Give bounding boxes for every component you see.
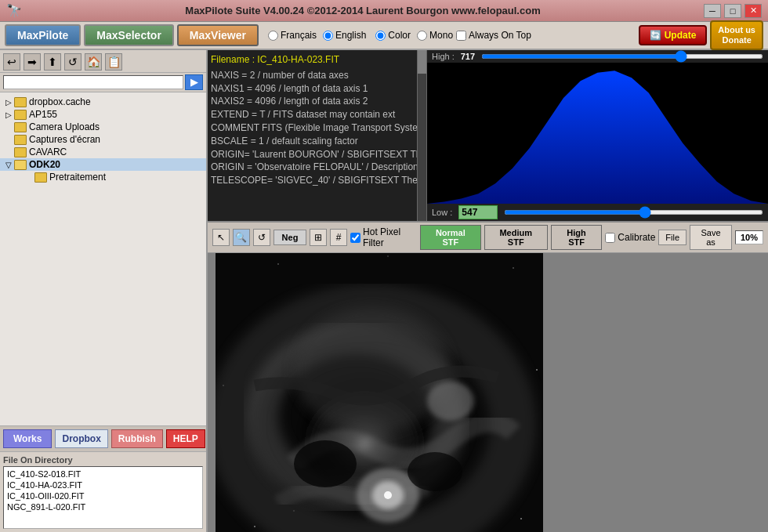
hot-pixel-label: Hot Pixel Filter [363,226,417,248]
path-go-button[interactable]: ▶ [185,74,203,90]
tree-item-captures[interactable]: Captures d'écran [0,133,206,146]
title-bar: 🔭 MaxPilote Suite V4.00.24 ©2012-2014 La… [0,0,768,22]
high-slider[interactable] [481,54,763,59]
about-button[interactable]: About usDonate [710,20,763,50]
rotate-tool-button[interactable]: ↺ [253,229,270,246]
zoom-tool-button[interactable]: 🔍 [233,229,250,246]
calibrate-checkbox[interactable] [605,233,615,243]
close-button[interactable]: ✕ [744,4,762,18]
file-item-2[interactable]: IC_410-HA-023.FIT [5,480,201,490]
saveas-button[interactable]: Save as [690,225,732,250]
svg-point-22 [427,382,474,421]
window-title: MaxPilote Suite V4.00.24 ©2012-2014 Laur… [22,5,704,16]
high-stf-button[interactable]: High STF [551,225,603,250]
svg-point-14 [536,369,538,371]
mono-radio[interactable]: Mono [417,30,453,41]
low-input[interactable] [458,205,498,219]
file-item-3[interactable]: IC_410-OIII-020.FIT [5,490,201,501]
high-label: High : [432,52,455,61]
zoom-percent: 10% [735,230,763,244]
tree-item-camera-uploads[interactable]: Camera Uploads [0,121,206,133]
folder-icon [14,122,27,132]
tree-label: Captures d'écran [29,134,100,145]
maxviewer-button[interactable]: MaxViewer [177,24,259,46]
histogram-low-controls: Low : [427,204,768,221]
arrow-tool-button[interactable]: ↖ [212,229,230,246]
main-content: ↩ ➡ ⬆ ↺ 🏠 📋 D:\Save\Dropbox\ODK20 ▶ ▷ dr… [0,50,768,532]
file-button[interactable]: File [658,230,686,245]
fits-line-4: EXTEND = T / FITS dataset may contain ex… [211,108,423,121]
svg-point-21 [384,491,392,499]
top-right: Filename : IC_410-HA-023.FIT NAXIS = 2 /… [208,50,768,223]
expander-icon [3,147,14,157]
svg-point-23 [294,440,357,487]
path-input[interactable]: D:\Save\Dropbox\ODK20 [3,75,183,89]
path-row: D:\Save\Dropbox\ODK20 ▶ [0,73,206,92]
hash-button[interactable]: # [330,229,347,246]
file-item-1[interactable]: IC_410-S2-018.FIT [5,469,201,480]
file-tree: ▷ dropbox.cache ▷ AP155 Camera Uploads C… [0,92,206,425]
grid-button[interactable]: ⊞ [310,229,327,246]
tree-item-ap155[interactable]: ▷ AP155 [0,108,206,121]
svg-point-7 [513,267,514,269]
medium-stf-button[interactable]: Medium STF [484,225,548,250]
low-label: Low : [432,208,452,217]
help-button[interactable]: HELP [166,429,205,448]
histogram-canvas [427,63,768,204]
works-button[interactable]: Works [3,429,52,448]
left-panel: ↩ ➡ ⬆ ↺ 🏠 📋 D:\Save\Dropbox\ODK20 ▶ ▷ dr… [0,50,208,532]
forward-icon[interactable]: ➡ [24,53,41,71]
folder-icon [14,135,27,145]
english-radio[interactable]: English [323,30,366,41]
low-slider[interactable] [504,210,763,215]
expander-icon: ▽ [3,159,14,170]
normal-stf-button[interactable]: Normal STF [420,225,481,250]
maxpilote-button[interactable]: MaxPilote [5,24,81,46]
minimize-button[interactable]: ─ [704,4,721,18]
file-item-4[interactable]: NGC_891-L-020.FIT [5,501,201,512]
neg-button[interactable]: Neg [274,230,307,245]
window-controls: ─ □ ✕ [704,4,762,18]
image-toolbar: ↖ 🔍 ↺ Neg ⊞ # Hot Pixel Filter Normal ST… [208,223,768,253]
folder-icon-open [14,160,27,170]
francais-radio[interactable]: Français [268,30,317,41]
file-section-label: File On Directory [3,455,203,465]
fits-line-9: TELESCOPE= 'SIGVEC_40' / SBIGFITSEXT The… [211,174,423,187]
fits-header-area: Filename : IC_410-HA-023.FIT NAXIS = 2 /… [208,50,427,221]
tree-item-odk20[interactable]: ▽ ODK20 [0,158,206,171]
refresh-icon[interactable]: ↺ [64,53,82,71]
up-icon[interactable]: ⬆ [44,53,61,71]
folder-icon [14,147,27,157]
tree-item-pretraitement[interactable]: Pretraitement [0,171,206,183]
update-button[interactable]: 🔄 Update [639,25,707,45]
tree-item-cavarc[interactable]: CAVARC [0,146,206,158]
maximize-button[interactable]: □ [724,4,741,18]
tree-item-dropbox-cache[interactable]: ▷ dropbox.cache [0,96,206,108]
dropbox-button[interactable]: Dropbox [55,429,107,448]
always-on-top-checkbox[interactable]: Always On Top [456,30,531,41]
histogram-svg [427,63,768,204]
calibrate-checkbox-label[interactable]: Calibrate [605,232,655,243]
color-radio[interactable]: Color [375,30,411,41]
bookmark-icon[interactable]: 📋 [105,53,122,71]
folder-icon [14,110,27,120]
tree-label: ODK20 [29,159,60,170]
svg-point-18 [294,307,451,432]
color-mode-group: Color Mono [375,30,453,41]
hot-pixel-checkbox[interactable] [350,233,360,243]
home-icon[interactable]: 🏠 [85,53,102,71]
expander-icon [3,134,14,145]
back-icon[interactable]: ↩ [3,53,20,71]
svg-point-12 [520,518,522,519]
tree-label: Pretraitement [49,172,106,183]
svg-point-24 [408,452,462,491]
hot-pixel-checkbox-label[interactable]: Hot Pixel Filter [350,226,417,248]
expander-icon [24,172,34,183]
fits-filename: Filename : IC_410-HA-023.FIT [211,53,423,67]
histogram-area: High : 717 [427,50,768,221]
svg-point-5 [387,255,388,256]
maxselector-button[interactable]: MaxSelector [84,24,173,46]
expander-icon: ▷ [3,96,14,107]
rubbish-button[interactable]: Rubbish [111,429,163,448]
fits-line-2: NAXIS1 = 4096 / length of data axis 1 [211,82,423,96]
